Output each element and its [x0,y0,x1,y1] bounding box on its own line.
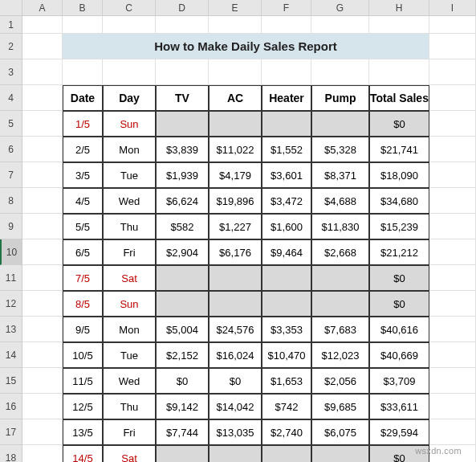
empty-cell[interactable] [429,111,476,137]
cell-ac[interactable] [209,265,262,291]
cell-day[interactable]: Thu [103,214,156,239]
empty-cell[interactable] [429,419,476,445]
cell-date[interactable]: 9/5 [63,317,103,342]
cell-total[interactable]: $0 [369,265,429,291]
empty-cell[interactable] [429,368,476,394]
cell-heater[interactable]: $1,600 [262,214,311,239]
cell-tv[interactable]: $2,152 [156,342,209,368]
cell-ac[interactable]: $1,227 [209,214,262,239]
empty-cell[interactable] [311,16,369,34]
empty-cell[interactable] [22,368,63,394]
row-header-6[interactable]: 6 [0,137,22,162]
empty-cell[interactable] [429,342,476,368]
row-header-8[interactable]: 8 [0,188,22,214]
cell-date[interactable]: 2/5 [63,137,103,162]
cell-day[interactable]: Mon [103,137,156,162]
cell-heater[interactable] [262,445,311,462]
column-header-D[interactable]: D [156,0,209,16]
cell-pump[interactable]: $8,371 [311,162,369,188]
empty-cell[interactable] [22,188,63,214]
empty-cell[interactable] [22,59,63,85]
cell-ac[interactable]: $11,022 [209,137,262,162]
cell-heater[interactable]: $3,472 [262,188,311,214]
cell-day[interactable]: Fri [103,239,156,265]
empty-cell[interactable] [369,59,429,85]
cell-pump[interactable]: $9,685 [311,394,369,419]
cell-pump[interactable]: $5,328 [311,137,369,162]
empty-cell[interactable] [22,419,63,445]
cell-date[interactable]: 4/5 [63,188,103,214]
cell-total[interactable]: $0 [369,291,429,317]
row-header-4[interactable]: 4 [0,85,22,111]
cell-total[interactable]: $15,239 [369,214,429,239]
empty-cell[interactable] [22,162,63,188]
row-header-17[interactable]: 17 [0,419,22,445]
empty-cell[interactable] [22,342,63,368]
select-all-corner[interactable] [0,0,22,16]
cell-tv[interactable] [156,291,209,317]
cell-pump[interactable]: $2,056 [311,368,369,394]
column-header-G[interactable]: G [311,0,369,16]
cell-pump[interactable]: $7,683 [311,317,369,342]
cell-pump[interactable] [311,291,369,317]
cell-heater[interactable] [262,265,311,291]
empty-cell[interactable] [22,137,63,162]
empty-cell[interactable] [429,85,476,111]
row-header-3[interactable]: 3 [0,59,22,85]
cell-date[interactable]: 11/5 [63,368,103,394]
empty-cell[interactable] [429,137,476,162]
empty-cell[interactable] [22,239,63,265]
cell-day[interactable]: Sat [103,445,156,462]
empty-cell[interactable] [429,16,476,34]
cell-heater[interactable]: $9,464 [262,239,311,265]
column-header-A[interactable]: A [22,0,63,16]
empty-cell[interactable] [429,291,476,317]
cell-tv[interactable]: $5,004 [156,317,209,342]
empty-cell[interactable] [429,34,476,59]
cell-ac[interactable]: $0 [209,368,262,394]
cell-date[interactable]: 13/5 [63,419,103,445]
column-header-B[interactable]: B [63,0,103,16]
empty-cell[interactable] [63,59,103,85]
column-header-F[interactable]: F [262,0,311,16]
cell-pump[interactable] [311,445,369,462]
row-header-1[interactable]: 1 [0,16,22,34]
empty-cell[interactable] [429,239,476,265]
empty-cell[interactable] [22,85,63,111]
cell-pump[interactable]: $2,668 [311,239,369,265]
cell-ac[interactable]: $13,035 [209,419,262,445]
empty-cell[interactable] [156,16,209,34]
cell-ac[interactable] [209,445,262,462]
column-header-I[interactable]: I [429,0,476,16]
cell-day[interactable]: Mon [103,317,156,342]
row-header-10[interactable]: 10 [0,239,22,265]
row-header-18[interactable]: 18 [0,445,22,462]
row-header-12[interactable]: 12 [0,291,22,317]
empty-cell[interactable] [209,16,262,34]
empty-cell[interactable] [22,16,63,34]
cell-tv[interactable]: $9,142 [156,394,209,419]
cell-ac[interactable] [209,111,262,137]
cell-total[interactable]: $29,594 [369,419,429,445]
cell-date[interactable]: 8/5 [63,291,103,317]
spreadsheet-grid[interactable]: ABCDEFGHI12How to Make Daily Sales Repor… [0,0,476,462]
empty-cell[interactable] [103,16,156,34]
empty-cell[interactable] [22,291,63,317]
cell-pump[interactable]: $6,075 [311,419,369,445]
cell-pump[interactable]: $12,023 [311,342,369,368]
column-header-H[interactable]: H [369,0,429,16]
cell-pump[interactable] [311,265,369,291]
cell-total[interactable]: $34,680 [369,188,429,214]
cell-day[interactable]: Tue [103,162,156,188]
empty-cell[interactable] [429,214,476,239]
cell-ac[interactable]: $19,896 [209,188,262,214]
cell-tv[interactable]: $0 [156,368,209,394]
cell-date[interactable]: 6/5 [63,239,103,265]
cell-ac[interactable]: $16,024 [209,342,262,368]
cell-ac[interactable]: $4,179 [209,162,262,188]
column-header-C[interactable]: C [103,0,156,16]
empty-cell[interactable] [429,317,476,342]
cell-day[interactable]: Wed [103,188,156,214]
cell-pump[interactable] [311,111,369,137]
empty-cell[interactable] [63,16,103,34]
